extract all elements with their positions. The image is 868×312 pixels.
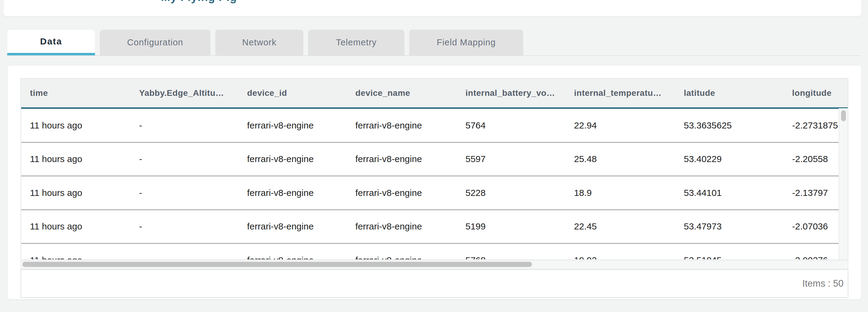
cell-device-id: ferrari-v8-engine xyxy=(238,188,347,198)
data-table: time Yabby.Edge_Altitu… device_id device… xyxy=(21,78,848,260)
cell-time: 11 hours ago xyxy=(21,188,130,198)
cell-altitude: - xyxy=(130,154,238,164)
clipped-page-title: My Flying Pig xyxy=(161,0,246,4)
cell-time: 11 hours ago xyxy=(21,221,130,231)
cell-device-name: ferrari-v8-engine xyxy=(347,120,457,131)
cell-temperature: 18.9 xyxy=(565,188,675,198)
column-header-device-name[interactable]: device_name xyxy=(347,88,457,98)
cell-device-id: ferrari-v8-engine xyxy=(238,221,347,231)
vertical-scrollbar-thumb[interactable] xyxy=(841,111,846,121)
table-row[interactable]: 11 hours ago - ferrari-v8-engine ferrari… xyxy=(21,244,839,260)
table-row[interactable]: 11 hours ago - ferrari-v8-engine ferrari… xyxy=(21,143,839,177)
cell-battery: 5228 xyxy=(457,188,565,198)
cell-latitude: 53.3635625 xyxy=(675,120,783,131)
items-count: Items : 50 xyxy=(802,278,843,289)
top-panel: My Flying Pig xyxy=(4,0,861,16)
cell-battery: 5199 xyxy=(457,221,565,231)
cell-longitude: -2.07036 xyxy=(783,221,839,231)
cell-temperature: 22.45 xyxy=(565,221,675,231)
cell-latitude: 53.51845 xyxy=(675,255,783,260)
tab-configuration[interactable]: Configuration xyxy=(100,30,211,55)
cell-device-name: ferrari-v8-engine xyxy=(347,255,457,260)
tab-network[interactable]: Network xyxy=(215,30,303,55)
cell-latitude: 53.40229 xyxy=(675,154,783,164)
cell-latitude: 53.44101 xyxy=(675,188,783,198)
tab-telemetry[interactable]: Telemetry xyxy=(308,30,404,55)
cell-latitude: 53.47973 xyxy=(675,221,783,231)
data-card: time Yabby.Edge_Altitu… device_id device… xyxy=(7,66,861,299)
tab-configuration-label: Configuration xyxy=(127,37,183,48)
cell-longitude: -2.00276 xyxy=(783,255,839,260)
column-header-longitude[interactable]: longitude xyxy=(783,88,839,98)
column-header-latitude[interactable]: latitude xyxy=(675,88,783,98)
tab-data[interactable]: Data xyxy=(7,30,95,55)
tab-data-label: Data xyxy=(40,36,62,46)
cell-longitude: -2.20558 xyxy=(783,154,839,164)
cell-time: 11 hours ago xyxy=(21,255,130,260)
cell-battery: 5764 xyxy=(457,120,565,131)
table-row[interactable]: 11 hours ago - ferrari-v8-engine ferrari… xyxy=(21,210,839,244)
cell-device-id: ferrari-v8-engine xyxy=(238,120,347,131)
tab-field-mapping[interactable]: Field Mapping xyxy=(409,30,523,55)
table-row[interactable]: 11 hours ago - ferrari-v8-engine ferrari… xyxy=(21,109,839,143)
horizontal-scrollbar[interactable] xyxy=(21,260,848,269)
cell-temperature: 19.92 xyxy=(565,255,675,260)
cell-temperature: 22.94 xyxy=(565,120,675,131)
cell-temperature: 25.48 xyxy=(565,154,675,164)
tab-telemetry-label: Telemetry xyxy=(336,37,377,48)
cell-longitude: -2.2731875 xyxy=(783,120,839,131)
cell-altitude: - xyxy=(130,221,238,231)
cell-longitude: -2.13797 xyxy=(783,188,839,198)
table-footer: Items : 50 xyxy=(21,269,848,298)
cell-device-name: ferrari-v8-engine xyxy=(347,221,457,231)
tab-bar: Data Configuration Network Telemetry Fie… xyxy=(7,30,861,56)
cell-device-name: ferrari-v8-engine xyxy=(347,154,457,164)
cell-time: 11 hours ago xyxy=(21,120,130,131)
vertical-scrollbar[interactable] xyxy=(839,108,848,259)
table-header-row: time Yabby.Edge_Altitu… device_id device… xyxy=(21,79,848,109)
clipped-page-title-text: My Flying Pig xyxy=(161,0,246,4)
cell-altitude: - xyxy=(130,188,238,198)
horizontal-scrollbar-thumb[interactable] xyxy=(22,262,532,267)
cell-battery: 5768 xyxy=(457,255,565,260)
cell-time: 11 hours ago xyxy=(21,154,130,164)
table-row[interactable]: 11 hours ago - ferrari-v8-engine ferrari… xyxy=(21,176,839,210)
column-header-time[interactable]: time xyxy=(21,88,130,98)
tab-network-label: Network xyxy=(242,37,276,48)
column-header-internal-temperature[interactable]: internal_temperatu… xyxy=(565,88,675,98)
cell-device-id: ferrari-v8-engine xyxy=(238,255,347,260)
tab-field-mapping-label: Field Mapping xyxy=(437,37,496,48)
column-header-internal-battery-voltage[interactable]: internal_battery_vo… xyxy=(457,88,565,98)
cell-altitude: - xyxy=(130,255,238,260)
column-header-device-id[interactable]: device_id xyxy=(238,88,347,98)
cell-device-name: ferrari-v8-engine xyxy=(347,188,457,198)
cell-device-id: ferrari-v8-engine xyxy=(238,154,347,164)
cell-altitude: - xyxy=(130,120,238,131)
cell-battery: 5597 xyxy=(457,154,565,164)
column-header-yabby-edge-altitude[interactable]: Yabby.Edge_Altitu… xyxy=(130,88,238,98)
